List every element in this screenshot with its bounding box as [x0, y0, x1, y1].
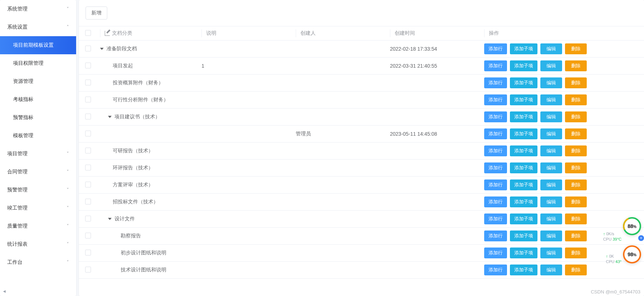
- add-row-button[interactable]: 添加行: [484, 111, 507, 122]
- row-checkbox[interactable]: [85, 148, 91, 153]
- add-child-button[interactable]: 添加子项: [510, 231, 537, 241]
- menu-group-header[interactable]: 系统设置˄: [0, 18, 76, 36]
- menu-group-header[interactable]: 预警管理˅: [0, 181, 76, 199]
- edit-button[interactable]: 编辑: [540, 43, 562, 54]
- delete-button[interactable]: 删除: [565, 77, 587, 88]
- add-child-button[interactable]: 添加子项: [510, 196, 537, 207]
- add-row-button[interactable]: 添加行: [484, 265, 507, 275]
- add-row-button[interactable]: 添加行: [484, 94, 507, 105]
- add-row-button[interactable]: 添加行: [484, 77, 507, 88]
- add-row-button[interactable]: 添加行: [484, 196, 507, 207]
- row-checkbox[interactable]: [85, 80, 91, 85]
- menu-group-header[interactable]: 工作台˅: [0, 253, 76, 271]
- sidebar-item[interactable]: 模板管理: [0, 127, 76, 145]
- add-child-button[interactable]: 添加子项: [510, 128, 537, 139]
- caret-down-icon[interactable]: [100, 48, 104, 50]
- edit-button[interactable]: 编辑: [540, 94, 562, 105]
- edit-button[interactable]: 编辑: [540, 213, 562, 224]
- caret-down-icon[interactable]: [108, 218, 112, 220]
- delete-button[interactable]: 删除: [565, 94, 587, 105]
- menu-group-header[interactable]: 合同管理˅: [0, 163, 76, 181]
- sidebar-item[interactable]: 项目前期模板设置: [0, 36, 76, 54]
- row-checkbox[interactable]: [85, 216, 91, 221]
- edit-button[interactable]: 编辑: [540, 60, 562, 71]
- add-row-button[interactable]: 添加行: [484, 179, 507, 190]
- edit-button[interactable]: 编辑: [540, 162, 562, 173]
- row-checkbox[interactable]: [85, 182, 91, 187]
- delete-button[interactable]: 删除: [565, 111, 587, 122]
- select-all-checkbox[interactable]: [85, 30, 91, 36]
- row-checkbox[interactable]: [85, 114, 91, 119]
- delete-button[interactable]: 删除: [565, 43, 587, 54]
- row-checkbox[interactable]: [85, 199, 91, 204]
- sidebar-item[interactable]: 资源管理: [0, 72, 76, 90]
- add-child-button[interactable]: 添加子项: [510, 145, 537, 156]
- menu-group-header[interactable]: 统计报表˅: [0, 235, 76, 253]
- delete-button[interactable]: 删除: [565, 145, 587, 156]
- add-child-button[interactable]: 添加子项: [510, 60, 537, 71]
- add-child-button[interactable]: 添加子项: [510, 213, 537, 224]
- sidebar-item[interactable]: 考核指标: [0, 90, 76, 109]
- menu-group-header[interactable]: 质量管理˅: [0, 217, 76, 235]
- row-name: 项目发起: [113, 63, 133, 69]
- delete-button[interactable]: 删除: [565, 213, 587, 224]
- add-row-button[interactable]: 添加行: [484, 60, 507, 71]
- row-checkbox[interactable]: [85, 46, 91, 51]
- menu-group-header[interactable]: 系统管理˅: [0, 0, 76, 18]
- delete-button[interactable]: 删除: [565, 60, 587, 71]
- row-checkbox[interactable]: [85, 131, 91, 136]
- row-checkbox[interactable]: [85, 250, 91, 255]
- edit-button[interactable]: 编辑: [540, 128, 562, 139]
- add-row-button[interactable]: 添加行: [484, 213, 507, 224]
- header-desc[interactable]: 说明: [199, 26, 293, 41]
- delete-button[interactable]: 删除: [565, 231, 587, 241]
- edit-button[interactable]: 编辑: [540, 231, 562, 241]
- add-row-button[interactable]: 添加行: [484, 43, 507, 54]
- sidebar-item[interactable]: 预警指标: [0, 109, 76, 127]
- add-row-button[interactable]: 添加行: [484, 162, 507, 173]
- add-row-button[interactable]: 添加行: [484, 248, 507, 258]
- edit-button[interactable]: 编辑: [540, 145, 562, 156]
- delete-button[interactable]: 删除: [565, 179, 587, 190]
- delete-button[interactable]: 删除: [565, 128, 587, 139]
- add-child-button[interactable]: 添加子项: [510, 111, 537, 122]
- edit-button[interactable]: 编辑: [540, 196, 562, 207]
- row-actions: 添加行添加子项编辑删除: [481, 41, 644, 58]
- row-checkbox[interactable]: [85, 267, 91, 272]
- caret-down-icon[interactable]: [108, 116, 112, 118]
- delete-button[interactable]: 删除: [565, 248, 587, 258]
- edit-button[interactable]: 编辑: [540, 111, 562, 122]
- edit-button[interactable]: 编辑: [540, 248, 562, 258]
- perf-ring-cpu[interactable]: 98%: [623, 245, 641, 263]
- sidebar-item[interactable]: 项目权限管理: [0, 54, 76, 72]
- add-child-button[interactable]: 添加子项: [510, 77, 537, 88]
- add-button[interactable]: 新增: [86, 7, 107, 20]
- header-name[interactable]: 文档分类: [97, 26, 199, 41]
- row-checkbox[interactable]: [85, 63, 91, 68]
- add-child-button[interactable]: 添加子项: [510, 248, 537, 258]
- add-child-button[interactable]: 添加子项: [510, 265, 537, 275]
- edit-button[interactable]: 编辑: [540, 179, 562, 190]
- row-checkbox[interactable]: [85, 165, 91, 170]
- edit-button[interactable]: 编辑: [540, 77, 562, 88]
- menu-group-header[interactable]: 项目管理˅: [0, 145, 76, 163]
- menu-group-header[interactable]: 竣工管理˅: [0, 199, 76, 217]
- edit-button[interactable]: 编辑: [540, 265, 562, 275]
- perf-ring-memory[interactable]: 88%: [623, 217, 641, 235]
- add-child-button[interactable]: 添加子项: [510, 162, 537, 173]
- add-row-button[interactable]: 添加行: [484, 231, 507, 241]
- delete-button[interactable]: 删除: [565, 265, 587, 275]
- delete-button[interactable]: 删除: [565, 196, 587, 207]
- plus-badge[interactable]: +: [638, 235, 644, 241]
- add-child-button[interactable]: 添加子项: [510, 43, 537, 54]
- add-row-button[interactable]: 添加行: [484, 128, 507, 139]
- row-checkbox[interactable]: [85, 233, 91, 238]
- scroll-left-icon[interactable]: ◄: [2, 289, 7, 294]
- row-checkbox[interactable]: [85, 97, 91, 102]
- delete-button[interactable]: 删除: [565, 162, 587, 173]
- header-creator[interactable]: 创建人: [293, 26, 387, 41]
- add-child-button[interactable]: 添加子项: [510, 179, 537, 190]
- add-child-button[interactable]: 添加子项: [510, 94, 537, 105]
- add-row-button[interactable]: 添加行: [484, 145, 507, 156]
- header-time[interactable]: 创建时间: [387, 26, 481, 41]
